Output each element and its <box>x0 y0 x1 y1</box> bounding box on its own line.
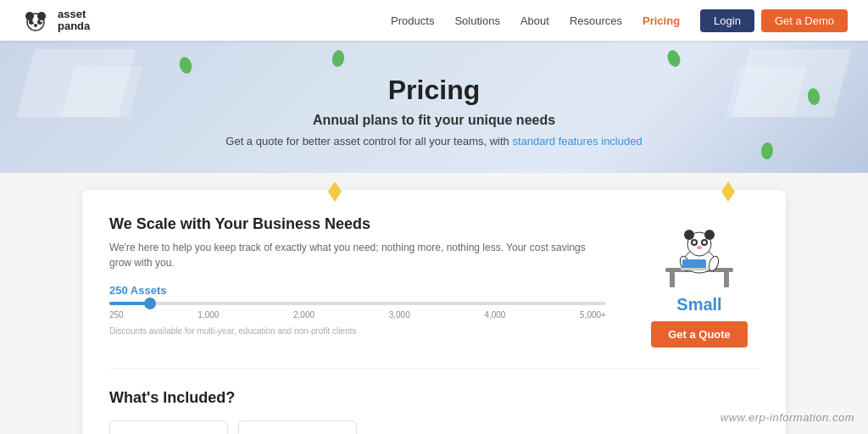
svg-point-2 <box>37 12 46 20</box>
panda-illustration <box>657 215 742 292</box>
hero-title: Pricing <box>0 75 868 106</box>
get-quote-button[interactable]: Get a Quote <box>651 321 748 348</box>
svg-point-18 <box>684 230 694 240</box>
logo-icon <box>20 5 51 36</box>
demo-button[interactable]: Get a Demo <box>761 9 848 32</box>
slider-label-1000: 1,000 <box>198 310 219 320</box>
features-grid: Unlimited Users Maximize adoption and op… <box>109 420 759 434</box>
slider-track <box>109 302 606 305</box>
nav-pricing[interactable]: Pricing <box>643 14 680 27</box>
svg-point-10 <box>666 49 682 68</box>
scale-title: We Scale with Your Business Needs <box>109 215 606 233</box>
yellow-accent-1 <box>328 181 342 202</box>
svg-point-23 <box>703 241 706 244</box>
svg-point-24 <box>697 246 702 249</box>
slider-thumb[interactable] <box>144 298 156 309</box>
svg-point-19 <box>704 230 715 240</box>
slider-label-250: 250 <box>109 310 124 320</box>
svg-rect-15 <box>724 272 729 287</box>
svg-point-7 <box>40 20 42 22</box>
svg-point-1 <box>25 12 34 20</box>
slider-fill <box>109 302 149 305</box>
hero-decorations <box>0 41 868 173</box>
svg-point-5 <box>34 24 37 27</box>
scale-left: We Scale with Your Business Needs We're … <box>109 215 606 336</box>
logo-text: asset panda <box>58 8 90 33</box>
slider-labels: 250 1,000 2,000 3,000 4,000 5,000+ <box>109 310 606 320</box>
leaf-decoration-3 <box>666 49 682 68</box>
nav-resources[interactable]: Resources <box>570 14 622 27</box>
watermark: www.erp-information.com <box>721 411 854 424</box>
slider-container: 250 1,000 2,000 3,000 4,000 5,000+ <box>109 302 606 320</box>
hero-description: Get a quote for better asset control for… <box>0 135 868 147</box>
scale-section: We Scale with Your Business Needs We're … <box>109 215 759 348</box>
logo[interactable]: asset panda <box>20 5 90 36</box>
leaf-decoration-2 <box>331 49 346 68</box>
whats-included-title: What's Included? <box>109 389 759 407</box>
svg-point-22 <box>693 241 696 244</box>
navbar: asset panda Products Solutions About Res… <box>0 0 868 41</box>
slider-label-2000: 2,000 <box>293 310 314 320</box>
section-divider <box>109 368 759 369</box>
plan-label: Small <box>676 295 721 314</box>
svg-rect-14 <box>670 272 675 287</box>
feature-card-0: Unlimited Users Maximize adoption and op… <box>109 420 228 434</box>
nav-solutions[interactable]: Solutions <box>454 14 499 27</box>
scale-right: Small Get a Quote <box>640 215 759 348</box>
nav-products[interactable]: Products <box>391 14 434 27</box>
main-card: We Scale with Your Business Needs We're … <box>82 190 786 434</box>
feature-card-1: Unlocked Configuration Tools Adjust the … <box>238 420 357 434</box>
svg-point-8 <box>178 56 193 75</box>
slider-label-4000: 4,000 <box>484 310 505 320</box>
whats-included-section: What's Included? Unlimited Users Maximiz… <box>109 389 759 434</box>
hero-subtitle: Annual plans to fit your unique needs <box>0 113 868 128</box>
slider-label-3000: 3,000 <box>389 310 410 320</box>
leaf-decoration-1 <box>178 56 193 75</box>
hero-desc-link[interactable]: standard features included <box>512 135 642 147</box>
scale-desc: We're here to help you keep track of exa… <box>109 240 606 270</box>
yellow-accent-2 <box>721 181 735 202</box>
svg-point-6 <box>32 20 34 22</box>
slider-label-5000: 5,000+ <box>580 310 606 320</box>
assets-label: 250 Assets <box>109 284 606 297</box>
nav-links: Products Solutions About Resources Prici… <box>391 14 680 27</box>
hero-section: Pricing Annual plans to fit your unique … <box>0 41 868 173</box>
hero-desc-prefix: Get a quote for better asset control for… <box>225 135 512 147</box>
login-button[interactable]: Login <box>700 9 754 32</box>
svg-point-9 <box>331 49 345 68</box>
slider-note: Discounts available for multi-year, educ… <box>109 326 606 336</box>
svg-rect-28 <box>681 268 708 270</box>
nav-about[interactable]: About <box>520 14 549 27</box>
